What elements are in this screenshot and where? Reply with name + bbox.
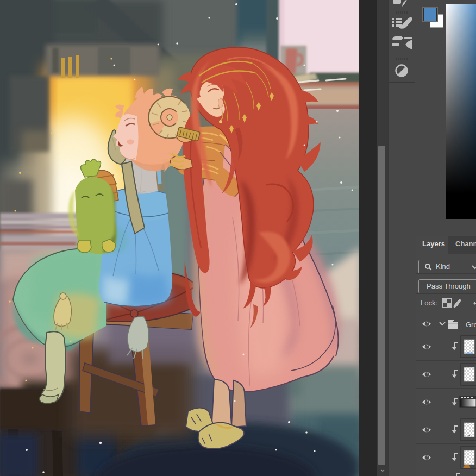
svg-text:Gro: Gro — [466, 321, 476, 329]
